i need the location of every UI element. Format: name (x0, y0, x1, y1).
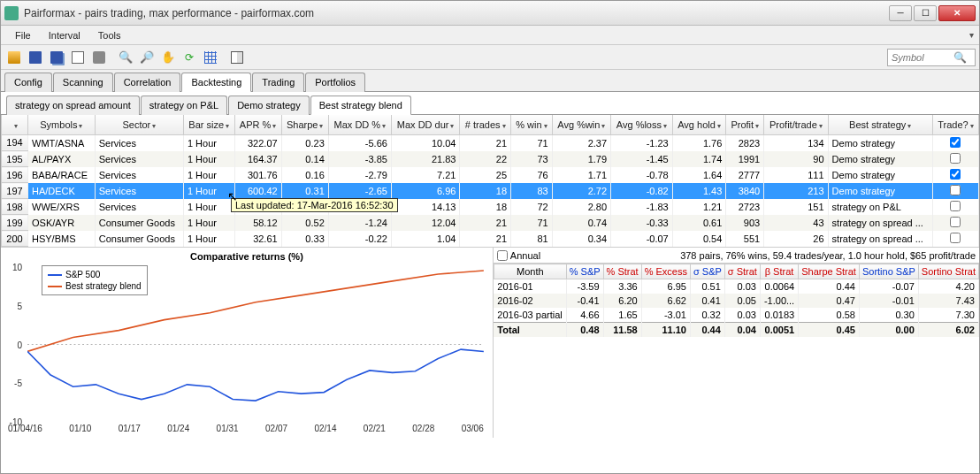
stats-row[interactable]: 2016-03 partial4.661.65-3.010.320.030.01… (494, 308, 978, 323)
search-icon[interactable]: 🔍 (953, 51, 967, 64)
stats-col[interactable]: % Strat (603, 264, 641, 279)
col-profittrade[interactable]: Profit/trade▾ (764, 115, 828, 134)
minimize-button[interactable]: ─ (889, 5, 912, 21)
symbol-search-input[interactable] (892, 52, 953, 63)
bottom-panes: Comparative returns (%) S&P 500 Best str… (1, 248, 979, 438)
annual-checkbox[interactable] (497, 250, 508, 261)
tab-trading[interactable]: Trading (252, 73, 304, 92)
maximize-button[interactable]: ☐ (914, 5, 937, 21)
stats-col[interactable]: Sortino S&P (859, 264, 918, 279)
tab-portfolios[interactable]: Portfolios (305, 73, 365, 92)
print-icon[interactable] (89, 48, 109, 67)
col-beststrategy[interactable]: Best strategy▾ (828, 115, 932, 134)
close-button[interactable]: ✕ (938, 5, 976, 21)
subtab-spread[interactable]: strategy on spread amount (6, 96, 140, 115)
table-row[interactable]: 195AL/PAYXServices1 Hour164.370.14-3.852… (2, 151, 979, 167)
tab-correlation[interactable]: Correlation (114, 73, 181, 92)
trade-checkbox[interactable] (950, 137, 961, 148)
trade-checkbox[interactable] (950, 201, 961, 211)
subtab-demo[interactable]: Demo strategy (228, 96, 310, 115)
window-title: Pairformax - pairs trading, max performa… (24, 7, 889, 19)
stats-col[interactable]: % S&P (566, 264, 603, 279)
table-row[interactable]: 197HA/DECKServices1 Hour600.420.31-2.656… (2, 183, 979, 199)
titlebar: Pairformax - pairs trading, max performa… (1, 1, 979, 26)
grid-corner[interactable]: ▾ (2, 115, 28, 134)
col-apr[interactable]: APR %▾ (234, 115, 281, 134)
stats-header: Annual 378 pairs, 76% wins, 59.4 trades/… (494, 248, 979, 264)
subtab-pnl[interactable]: strategy on P&L (141, 96, 227, 115)
chart-legend: S&P 500 Best strategy blend (42, 265, 148, 295)
col-win[interactable]: % win▾ (511, 115, 553, 134)
stats-row[interactable]: 2016-02-0.416.206.620.410.05-1.00...0.47… (494, 294, 978, 308)
trade-checkbox[interactable] (950, 169, 961, 180)
stats-row[interactable]: 2016-01-3.593.366.950.510.030.00640.44-0… (494, 279, 978, 294)
col-trades[interactable]: # trades▾ (460, 115, 511, 134)
col-symbols[interactable]: Symbols▾ (28, 115, 96, 134)
legend-sp500: S&P 500 (65, 269, 100, 280)
col-maxdd[interactable]: Max DD %▾ (328, 115, 391, 134)
stats-col[interactable]: % Excess (641, 264, 690, 279)
grid-header-row: ▾ Symbols▾ Sector▾ Bar size▾ APR %▾ Shar… (2, 115, 979, 134)
layout-icon[interactable] (227, 48, 247, 67)
menu-overflow-icon[interactable]: ▾ (969, 30, 974, 40)
col-barsize[interactable]: Bar size▾ (183, 115, 234, 134)
grid-icon[interactable] (201, 48, 220, 67)
annual-label: Annual (510, 250, 540, 261)
stats-grid[interactable]: Month% S&P% Strat% Excessσ S&Pσ Stratβ S… (494, 264, 979, 337)
export-icon[interactable] (68, 48, 88, 67)
trade-checkbox[interactable] (950, 153, 961, 164)
zoom-out-icon[interactable]: 🔎 (137, 48, 157, 67)
subtab-best[interactable]: Best strategy blend (310, 96, 411, 115)
col-avgloss[interactable]: Avg %loss▾ (611, 115, 673, 134)
open-icon[interactable] (4, 48, 24, 67)
stats-col[interactable]: Sortino Strat (918, 264, 978, 279)
tab-scanning[interactable]: Scanning (53, 73, 113, 92)
menu-interval[interactable]: Interval (40, 27, 89, 43)
toolbar: 🔍 🔎 ✋ ⟳ 🔍 (1, 45, 979, 70)
stats-col[interactable]: Sharpe Strat (799, 264, 860, 279)
pan-icon[interactable]: ✋ (158, 48, 178, 67)
table-row[interactable]: 199OSK/AYRConsumer Goods1 Hour58.120.52-… (2, 215, 979, 231)
x-axis: 01/04/1601/1001/17 01/2401/3102/07 02/14… (8, 424, 484, 436)
results-grid[interactable]: ▾ Symbols▾ Sector▾ Bar size▾ APR %▾ Shar… (1, 115, 979, 247)
trade-checkbox[interactable] (950, 185, 961, 195)
col-trade[interactable]: Trade?▾ (932, 115, 978, 134)
y-axis: 10 5 0 -5 -10 (1, 267, 24, 422)
save-all-icon[interactable] (47, 48, 66, 67)
trade-checkbox[interactable] (950, 217, 961, 227)
table-row[interactable]: 200HSY/BMSConsumer Goods1 Hour32.610.33-… (2, 231, 979, 247)
symbol-search[interactable]: 🔍 (887, 49, 976, 66)
col-avgwin[interactable]: Avg %win▾ (552, 115, 610, 134)
trade-checkbox[interactable] (950, 233, 961, 243)
menu-tools[interactable]: Tools (89, 27, 130, 43)
stats-col[interactable]: Month (494, 264, 566, 279)
col-maxdddur[interactable]: Max DD dur▾ (391, 115, 460, 134)
chart-pane: Comparative returns (%) S&P 500 Best str… (1, 248, 494, 438)
zoom-in-icon[interactable]: 🔍 (116, 48, 135, 67)
stats-col[interactable]: σ S&P (690, 264, 724, 279)
menu-file[interactable]: File (6, 27, 40, 43)
table-row[interactable]: 198WWE/XRSServices1 Hour14.1318722.80-1.… (2, 199, 979, 215)
chart-title: Comparative returns (%) (1, 248, 493, 265)
stats-total-row: Total0.4811.5811.100.440.040.00510.450.0… (494, 323, 978, 338)
refresh-icon[interactable]: ⟳ (180, 48, 199, 67)
table-row[interactable]: 196BABA/RACEServices1 Hour301.760.16-2.7… (2, 167, 979, 183)
col-sharpe[interactable]: Sharpe▾ (281, 115, 328, 134)
tab-config[interactable]: Config (4, 73, 52, 92)
stats-col[interactable]: β Strat (760, 264, 798, 279)
sub-tabs: strategy on spread amount strategy on P&… (1, 92, 979, 115)
results-grid-wrap: ▾ Symbols▾ Sector▾ Bar size▾ APR %▾ Shar… (1, 115, 979, 248)
save-icon[interactable] (26, 48, 45, 67)
legend-strategy: Best strategy blend (65, 280, 142, 292)
main-tabs: Config Scanning Correlation Backtesting … (1, 70, 979, 92)
stats-col[interactable]: σ Strat (724, 264, 760, 279)
menubar: File Interval Tools ▾ (1, 26, 979, 45)
table-row[interactable]: 194WMT/ASNAServices1 Hour322.070.23-5.66… (2, 134, 979, 151)
col-avghold[interactable]: Avg hold▾ (672, 115, 726, 134)
stats-summary: 378 pairs, 76% wins, 59.4 trades/year, 1… (680, 250, 976, 261)
tab-backtesting[interactable]: Backtesting (181, 73, 251, 92)
col-profit[interactable]: Profit▾ (726, 115, 764, 134)
tooltip: Last updated: 17-Mar-2016 16:52:30 (231, 198, 398, 212)
col-sector[interactable]: Sector▾ (95, 115, 183, 134)
stats-pane: Annual 378 pairs, 76% wins, 59.4 trades/… (494, 248, 979, 438)
